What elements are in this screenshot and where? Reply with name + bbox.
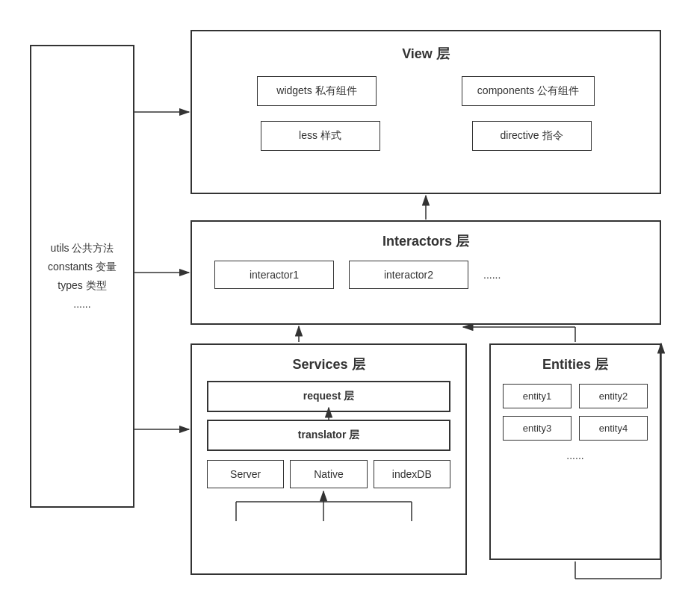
interactors-row: interactor1 interactor2 ...... [192,261,660,289]
entity1-box: entity1 [503,384,571,408]
utils-label: utils 公共方法 [51,242,114,254]
constants-label: constants 变量 [48,261,117,273]
directive-box: directive 指令 [472,121,592,151]
services-layer-title: Services 层 [192,355,465,373]
services-items: request 层 translator 层 Server Native ind… [192,381,465,488]
indexdb-box: indexDB [374,460,450,488]
native-box: Native [290,460,367,488]
entity3-box: entity3 [503,416,571,441]
interactors-dots: ...... [483,269,501,281]
components-box: components 公有组件 [462,76,595,106]
diagram-container: utils 公共方法 constants 变量 types 类型 ...... … [0,0,697,616]
entities-layer-title: Entities 层 [491,355,660,373]
left-box-text: utils 公共方法 constants 变量 types 类型 ...... [48,239,117,314]
entities-dots: ...... [491,449,660,461]
entity4-box: entity4 [579,416,648,441]
entities-layer-box: Entities 层 entity1 entity2 entity3 entit… [489,343,661,560]
interactor1-box: interactor1 [214,261,334,289]
interactors-layer-title: Interactors 层 [192,232,660,250]
widgets-box: widgets 私有组件 [257,76,377,106]
less-box: less 样式 [261,121,380,151]
view-layer-items: widgets 私有组件 components 公有组件 less 样式 dir… [192,76,660,151]
services-bottom-row: Server Native indexDB [207,460,450,488]
interactor2-box: interactor2 [349,261,468,289]
view-layer-box: View 层 widgets 私有组件 components 公有组件 less… [190,30,661,194]
server-box: Server [207,460,284,488]
types-label: types 类型 [58,279,106,291]
view-row-2: less 样式 directive 指令 [214,121,637,151]
request-box: request 层 [207,381,450,412]
entities-grid: entity1 entity2 entity3 entity4 [491,384,660,441]
view-layer-title: View 层 [192,45,660,63]
interactors-layer-box: Interactors 层 interactor1 interactor2 ..… [190,220,661,325]
left-dots-label: ...... [73,298,90,310]
view-row-1: widgets 私有组件 components 公有组件 [214,76,637,106]
entity2-box: entity2 [579,384,648,408]
services-layer-box: Services 层 request 层 translator 层 Server… [190,343,467,575]
translator-box: translator 层 [207,420,450,451]
left-utils-box: utils 公共方法 constants 变量 types 类型 ...... [30,45,134,508]
